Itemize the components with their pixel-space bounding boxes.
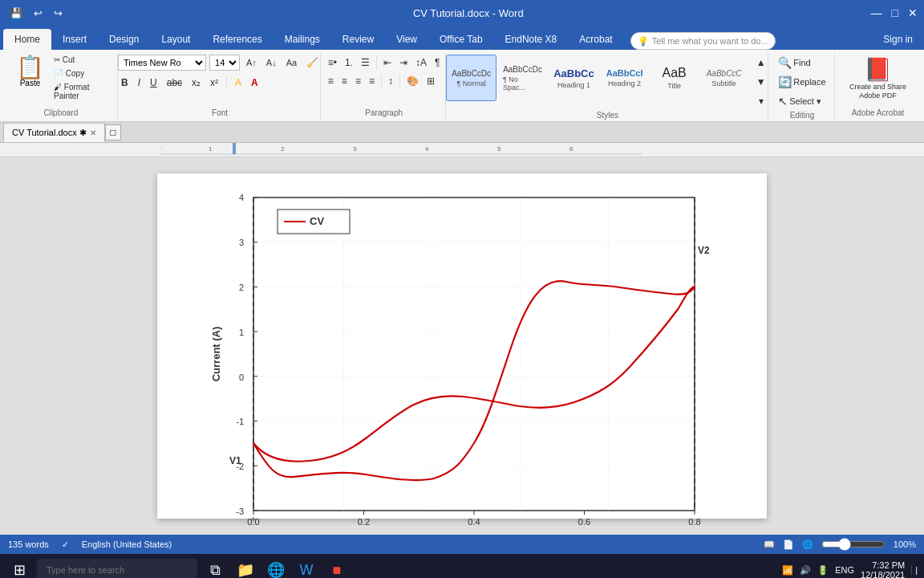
paste-button[interactable]: 📋 Paste bbox=[11, 55, 49, 89]
tell-me-input[interactable]: 💡 Tell me what you want to do... bbox=[630, 32, 776, 50]
svg-text:2: 2 bbox=[239, 283, 244, 292]
tab-review[interactable]: Review bbox=[331, 29, 385, 50]
borders-button[interactable]: ⊞ bbox=[424, 73, 438, 89]
font-color-button[interactable]: A bbox=[248, 75, 261, 91]
document-tab[interactable]: CV Tutorial.docx ✱ ✕ bbox=[3, 123, 105, 142]
restore-button[interactable]: □ bbox=[892, 6, 898, 19]
tab-layout[interactable]: Layout bbox=[150, 29, 201, 50]
show-marks-button[interactable]: ¶ bbox=[432, 55, 443, 71]
find-button[interactable]: 🔍 Find bbox=[774, 55, 814, 71]
cut-button[interactable]: ✂ Cut bbox=[52, 55, 111, 65]
language-indicator[interactable]: ENG bbox=[835, 565, 854, 575]
zoom-slider[interactable] bbox=[821, 538, 886, 551]
bullets-button[interactable]: ≡• bbox=[325, 55, 340, 71]
paragraph-group: ≡• 1. ☰ ⇤ ⇥ ↕A ¶ ≡ ≡ ≡ ≡ ↕ 🎨 ⊞ Paragra bbox=[322, 53, 445, 121]
align-left-button[interactable]: ≡ bbox=[325, 73, 337, 89]
line-spacing-button[interactable]: ↕ bbox=[385, 73, 396, 89]
print-layout-button[interactable]: 📄 bbox=[783, 539, 794, 550]
style-no-spacing[interactable]: AaBbCcDc ¶ No Spac... bbox=[498, 55, 547, 101]
network-icon: 📶 bbox=[782, 565, 793, 576]
document-page: 4 3 2 1 0 -1 -2 -3 0 bbox=[157, 173, 767, 519]
style-heading1[interactable]: AaBbCc Heading 1 bbox=[549, 55, 598, 101]
svg-text:0.6: 0.6 bbox=[578, 517, 590, 527]
svg-text:1: 1 bbox=[209, 145, 213, 153]
svg-text:CV: CV bbox=[310, 215, 324, 227]
strikethrough-button[interactable]: abc bbox=[164, 75, 185, 91]
align-right-button[interactable]: ≡ bbox=[352, 73, 364, 89]
text-highlight-button[interactable]: A bbox=[232, 75, 245, 91]
taskview-button[interactable]: ⧉ bbox=[202, 557, 228, 578]
styles-label: Styles bbox=[454, 111, 761, 122]
svg-text:Current (A): Current (A) bbox=[210, 327, 222, 382]
font-name-select[interactable]: Times New Ro bbox=[118, 55, 206, 71]
style-title[interactable]: AaB Title bbox=[650, 55, 699, 101]
multilevel-button[interactable]: ☰ bbox=[358, 55, 373, 71]
web-layout-button[interactable]: 🌐 bbox=[802, 539, 813, 550]
numbering-button[interactable]: 1. bbox=[342, 55, 356, 71]
format-painter-button[interactable]: 🖌 Format Painter bbox=[52, 82, 111, 101]
bold-button[interactable]: B bbox=[118, 75, 132, 91]
style-subtitle[interactable]: AaBbCcC Subtitle bbox=[700, 55, 748, 101]
start-button[interactable]: ⊞ bbox=[6, 557, 32, 578]
clear-format-button[interactable]: 🧹 bbox=[303, 55, 322, 71]
styles-scroll-down[interactable]: ▼ bbox=[753, 74, 769, 90]
tab-mailings[interactable]: Mailings bbox=[274, 29, 331, 50]
tab-home[interactable]: Home bbox=[3, 29, 51, 50]
grow-font-button[interactable]: A↑ bbox=[243, 55, 260, 71]
tab-officetab[interactable]: Office Tab bbox=[428, 29, 494, 50]
underline-button[interactable]: U bbox=[147, 75, 160, 91]
tab-view[interactable]: View bbox=[385, 29, 428, 50]
font-size-select[interactable]: 14 bbox=[209, 55, 240, 71]
taskbar-file-explorer[interactable]: 📁 bbox=[233, 557, 258, 578]
close-tab-button[interactable]: ✕ bbox=[90, 128, 96, 137]
tab-endnote[interactable]: EndNote X8 bbox=[494, 29, 569, 50]
language[interactable]: English (United States) bbox=[82, 539, 172, 549]
svg-text:0.2: 0.2 bbox=[358, 517, 370, 527]
editing-group: 🔍 Find 🔄 Replace ↖ Select ▾ Editing bbox=[770, 53, 835, 121]
copy-button[interactable]: 📄 Copy bbox=[52, 68, 111, 79]
save-button[interactable]: 💾 bbox=[6, 6, 26, 21]
replace-button[interactable]: 🔄 Replace bbox=[774, 74, 829, 90]
document-area[interactable]: 4 3 2 1 0 -1 -2 -3 0 bbox=[0, 157, 924, 535]
read-mode-button[interactable]: 📖 bbox=[764, 539, 775, 550]
style-heading2[interactable]: AaBbCcI Heading 2 bbox=[601, 55, 649, 101]
decrease-indent-button[interactable]: ⇤ bbox=[380, 55, 395, 71]
redo-button[interactable]: ↪ bbox=[51, 6, 66, 21]
shrink-font-button[interactable]: A↓ bbox=[263, 55, 280, 71]
new-tab-button[interactable]: □ bbox=[105, 124, 121, 140]
tab-design[interactable]: Design bbox=[98, 29, 150, 50]
style-normal[interactable]: AaBbCcDc ¶ Normal bbox=[446, 55, 496, 101]
sign-in-button[interactable]: Sign in bbox=[872, 29, 924, 50]
shading-button[interactable]: 🎨 bbox=[403, 73, 422, 89]
subscript-button[interactable]: x₂ bbox=[188, 75, 204, 91]
svg-text:V2: V2 bbox=[698, 245, 710, 256]
show-desktop-button[interactable]: | bbox=[911, 565, 918, 575]
tab-insert[interactable]: Insert bbox=[51, 29, 98, 50]
svg-rect-9 bbox=[253, 197, 695, 511]
align-center-button[interactable]: ≡ bbox=[338, 73, 351, 89]
create-adobe-button[interactable]: 📕 Create and ShareAdobe PDF bbox=[843, 55, 913, 102]
taskbar-search-input[interactable] bbox=[37, 559, 197, 578]
increase-indent-button[interactable]: ⇥ bbox=[396, 55, 411, 71]
taskbar-browser[interactable]: 🌐 bbox=[263, 557, 289, 578]
tab-references[interactable]: References bbox=[201, 29, 273, 50]
window-controls: — □ ✕ bbox=[871, 6, 918, 19]
sort-button[interactable]: ↕A bbox=[412, 55, 430, 71]
adobe-group: 📕 Create and ShareAdobe PDF Adobe Acroba… bbox=[837, 53, 919, 121]
styles-expand[interactable]: ▾ bbox=[753, 93, 769, 109]
undo-button[interactable]: ↩ bbox=[30, 6, 46, 21]
svg-rect-8 bbox=[233, 143, 236, 154]
select-button[interactable]: ↖ Select ▾ bbox=[774, 93, 825, 109]
ruler: · 1 2 3 4 5 6 bbox=[0, 143, 924, 157]
taskbar-word[interactable]: W bbox=[294, 557, 319, 578]
minimize-button[interactable]: — bbox=[871, 6, 882, 19]
change-case-button[interactable]: Aa bbox=[283, 55, 300, 71]
styles-scroll-up[interactable]: ▲ bbox=[753, 55, 769, 71]
taskbar-app4[interactable]: ■ bbox=[324, 557, 350, 578]
svg-text:1: 1 bbox=[239, 328, 244, 337]
italic-button[interactable]: I bbox=[135, 75, 144, 91]
superscript-button[interactable]: x² bbox=[207, 75, 221, 91]
justify-button[interactable]: ≡ bbox=[366, 73, 378, 89]
close-button[interactable]: ✕ bbox=[908, 6, 918, 19]
tab-acrobat[interactable]: Acrobat bbox=[568, 29, 623, 50]
